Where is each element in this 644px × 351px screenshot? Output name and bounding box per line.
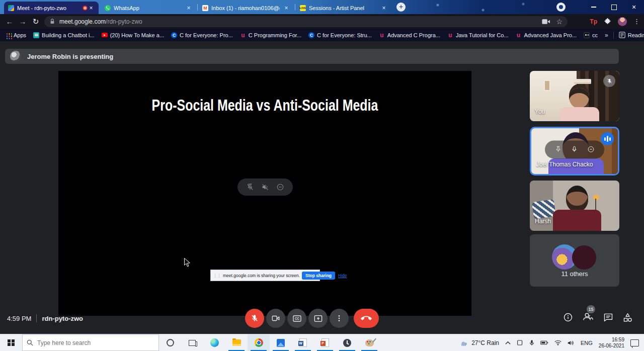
chat-panel-icon[interactable] xyxy=(603,312,613,322)
tab-gmail[interactable]: M Inbox (1) - riamohan0106@gmai × xyxy=(198,2,294,14)
others-count-label: 11 others xyxy=(530,270,619,278)
bookmark-item[interactable]: u Java Tutorial for Co... xyxy=(447,32,509,38)
new-tab-button[interactable]: + xyxy=(396,3,406,12)
screen: Meet - rdn-pyto-zwo × WhatsApp × M Inbox… xyxy=(0,0,644,351)
browser-menu-icon[interactable]: ⋮ xyxy=(633,18,640,25)
bookmark-item[interactable]: u Advanced Java Pro... xyxy=(516,32,577,38)
weather-widget[interactable]: 27°C Rain xyxy=(459,339,499,346)
media-controls-icon[interactable] xyxy=(556,3,566,12)
present-button[interactable] xyxy=(308,309,328,328)
camera-button[interactable] xyxy=(266,309,285,328)
mic-icon[interactable] xyxy=(571,145,578,153)
action-center-icon[interactable] xyxy=(630,339,639,346)
participant-tile-joel[interactable]: Joel Thomas Chacko xyxy=(530,127,619,176)
clock-time: 16:59 xyxy=(612,337,624,342)
leave-call-button[interactable] xyxy=(354,309,379,328)
forward-icon[interactable]: → xyxy=(16,17,29,26)
participant-name: Harsh xyxy=(535,218,551,225)
bookmark-item[interactable]: (20) How To Make a... xyxy=(102,32,164,38)
taskbar-search[interactable] xyxy=(22,334,159,351)
whatsapp-favicon xyxy=(105,5,111,11)
more-options-button[interactable] xyxy=(330,309,349,328)
participant-hover-controls xyxy=(545,140,604,158)
tray-expand-icon[interactable] xyxy=(505,341,511,345)
tab-camera-icon[interactable] xyxy=(542,19,550,25)
word-taskbar-button[interactable]: W xyxy=(292,334,314,351)
window-maximize-button[interactable] xyxy=(604,0,624,14)
chrome-taskbar-button[interactable] xyxy=(248,334,270,351)
search-input[interactable] xyxy=(37,339,138,346)
coursera-icon: C xyxy=(308,32,314,38)
unpin-icon[interactable] xyxy=(246,183,254,191)
cortana-button[interactable] xyxy=(159,334,181,351)
participant-tile-you[interactable]: You xyxy=(530,71,619,121)
participants-panel-button[interactable]: 15 xyxy=(582,311,594,323)
back-icon[interactable]: ← xyxy=(3,17,16,26)
tp-extension-icon[interactable]: Tp xyxy=(590,18,597,25)
volume-icon[interactable] xyxy=(568,340,575,346)
powerpoint-taskbar-button[interactable]: P xyxy=(314,334,336,351)
meeting-code: rdn-pyto-zwo xyxy=(42,315,83,322)
mouse-cursor xyxy=(184,257,191,268)
battery-icon[interactable] xyxy=(540,340,548,345)
live-favicon: LIVE xyxy=(300,5,306,11)
remove-participant-icon[interactable] xyxy=(587,145,595,153)
gmail-favicon: M xyxy=(202,5,208,11)
pin-icon[interactable] xyxy=(554,145,562,153)
bookmark-item[interactable]: u C Programming For... xyxy=(240,32,301,38)
drag-handle-icon[interactable]: ⋮⋮ xyxy=(213,273,221,278)
profile-avatar[interactable] xyxy=(618,17,627,26)
bookmark-item[interactable]: u Advanced C Progra... xyxy=(379,32,440,38)
bookmark-apps[interactable]: Apps xyxy=(5,32,26,38)
bookmark-item[interactable]: Building a Chatbot i... xyxy=(33,32,95,38)
address-bar[interactable]: meet.google.com/rdn-pyto-zwo ☆ xyxy=(44,16,568,27)
start-button[interactable] xyxy=(0,334,22,351)
bookmark-item[interactable]: C C for Everyone: Stru... xyxy=(308,32,372,38)
tab-close-icon[interactable]: × xyxy=(185,5,192,12)
meeting-details-icon[interactable] xyxy=(563,312,573,322)
udemy-icon: u xyxy=(379,32,385,38)
tab-sessions[interactable]: LIVE Sessions - Artist Panel × xyxy=(296,2,391,14)
tab-whatsapp[interactable]: WhatsApp × xyxy=(101,2,196,14)
reload-icon[interactable]: ↻ xyxy=(29,17,42,26)
participant-tile-harsh[interactable]: Harsh xyxy=(530,181,619,231)
participant-tile-others[interactable]: 11 others xyxy=(530,234,619,287)
captions-button[interactable]: CC xyxy=(287,309,306,328)
bookmark-item[interactable]: C C for Everyone: Pro... xyxy=(171,32,233,38)
tab-title: Inbox (1) - riamohan0106@gmai xyxy=(211,5,280,11)
tab-meet[interactable]: Meet - rdn-pyto-zwo × xyxy=(4,2,99,14)
tab-close-icon[interactable]: × xyxy=(88,5,95,12)
activities-icon[interactable] xyxy=(622,312,633,323)
remove-participant-icon[interactable] xyxy=(276,183,284,191)
photos-taskbar-button[interactable] xyxy=(270,334,292,351)
window-close-button[interactable]: × xyxy=(624,0,644,14)
hide-link[interactable]: Hide xyxy=(338,273,347,278)
presentation-tile[interactable]: Pro-Social Media vs Anti-Social Media xyxy=(58,71,471,316)
tab-close-icon[interactable]: × xyxy=(380,5,387,12)
paint-taskbar-button[interactable] xyxy=(358,334,380,351)
share-message: meet.google.com is sharing your screen. xyxy=(223,273,300,278)
task-view-button[interactable] xyxy=(181,334,203,351)
decor xyxy=(544,80,550,91)
extensions-puzzle-icon[interactable] xyxy=(604,18,611,25)
wifi-icon[interactable] xyxy=(554,340,561,345)
person-figure xyxy=(553,210,601,231)
bookmark-star-icon[interactable]: ☆ xyxy=(556,18,562,26)
bookmark-item[interactable]: cc xyxy=(584,32,598,38)
file-explorer-button[interactable] xyxy=(225,334,248,351)
edge-taskbar-button[interactable] xyxy=(203,334,225,351)
language-indicator[interactable]: ENG xyxy=(581,340,593,346)
window-minimize-button[interactable] xyxy=(584,0,604,14)
tablet-mode-icon[interactable] xyxy=(517,339,523,346)
tray-mic-icon[interactable] xyxy=(529,339,534,346)
clock-app-button[interactable] xyxy=(336,334,358,351)
decor xyxy=(532,199,556,219)
tab-separator xyxy=(197,4,198,11)
reading-list-button[interactable]: Reading list xyxy=(619,32,644,38)
stop-sharing-button[interactable]: Stop sharing xyxy=(302,272,335,280)
bookmarks-overflow-icon[interactable]: » xyxy=(605,32,608,39)
tab-close-icon[interactable]: × xyxy=(283,5,290,12)
rain-cloud-icon xyxy=(459,339,468,346)
taskbar-clock[interactable]: 16:59 26-06-2021 xyxy=(599,337,624,349)
mic-mute-button[interactable] xyxy=(245,309,264,328)
